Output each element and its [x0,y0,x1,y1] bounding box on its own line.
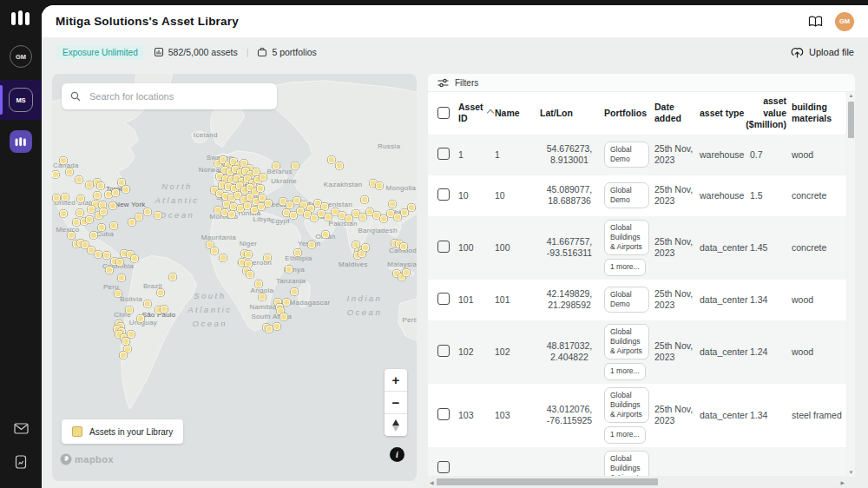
asset-marker[interactable] [256,185,264,193]
asset-marker[interactable] [290,287,298,295]
vertical-scrollbar[interactable]: ▲ ▼ [847,92,855,477]
asset-marker[interactable] [273,323,281,331]
asset-marker[interactable] [109,221,117,229]
asset-marker[interactable] [85,181,93,188]
asset-marker[interactable] [96,181,104,189]
asset-marker[interactable] [160,305,168,313]
sidebar-item-mitiga-app[interactable] [10,130,32,153]
asset-marker[interactable] [244,251,252,259]
scroll-down-arrow[interactable]: ▼ [847,469,855,477]
compass-button[interactable] [385,414,407,436]
asset-marker[interactable] [128,331,135,339]
asset-marker[interactable] [328,155,336,163]
asset-marker[interactable] [126,307,134,314]
column-header-asset-id[interactable]: Asset ID [456,98,492,129]
asset-marker[interactable] [376,182,384,190]
row-checkbox[interactable] [437,345,450,357]
asset-marker[interactable] [292,162,299,169]
asset-marker[interactable] [228,210,236,218]
upload-file-button[interactable]: Upload file [791,47,854,58]
asset-marker[interactable] [308,241,316,249]
more-portfolios-chip[interactable]: 1 more... [604,259,646,275]
row-checkbox[interactable] [437,148,450,160]
asset-marker[interactable] [258,293,266,301]
asset-marker[interactable] [122,338,129,346]
asset-marker[interactable] [358,214,366,221]
asset-marker[interactable] [115,289,122,297]
asset-marker[interactable] [122,186,129,194]
column-header-latlon[interactable]: Lat/Lon [537,104,602,123]
column-header-building-materials[interactable]: building materials [789,98,846,129]
asset-marker[interactable] [130,255,138,263]
column-header-date-added[interactable]: Date added [652,98,697,129]
asset-marker[interactable] [255,280,263,288]
asset-marker[interactable] [362,244,370,252]
asset-marker[interactable] [116,259,124,267]
asset-marker[interactable] [105,267,113,274]
asset-marker[interactable] [77,195,85,202]
asset-marker[interactable] [263,254,271,261]
asset-marker[interactable] [210,247,218,255]
asset-marker[interactable] [98,223,106,231]
row-checkbox[interactable] [437,293,450,305]
scroll-left-arrow[interactable]: ◀ [430,478,434,486]
mail-icon[interactable] [14,423,29,434]
asset-marker[interactable] [380,214,388,222]
asset-marker[interactable] [66,168,74,176]
asset-marker[interactable] [408,203,416,211]
asset-marker[interactable] [60,156,68,164]
more-portfolios-chip[interactable]: 1 more... [604,363,646,379]
row-checkbox[interactable] [437,241,450,253]
asset-marker[interactable] [345,214,352,222]
column-header-portfolios[interactable]: Portfolios [602,104,652,123]
asset-marker[interactable] [360,195,368,203]
asset-marker[interactable] [169,274,177,281]
asset-marker[interactable] [119,352,127,359]
asset-marker[interactable] [109,201,117,209]
asset-marker[interactable] [94,251,102,259]
asset-marker[interactable] [53,195,61,202]
docs-book-icon[interactable] [808,16,823,28]
zoom-in-button[interactable]: + [385,369,407,392]
asset-marker[interactable] [402,268,410,276]
sidebar-user-avatar[interactable]: GM [10,45,32,68]
asset-marker[interactable] [322,230,330,238]
filters-bar[interactable]: Filters [428,74,855,91]
row-checkbox[interactable] [437,188,450,201]
asset-marker[interactable] [85,215,93,223]
asset-marker[interactable] [154,211,161,219]
asset-marker[interactable] [94,192,102,200]
user-avatar[interactable]: GM [835,12,854,31]
asset-marker[interactable] [62,194,69,201]
row-checkbox[interactable] [437,408,450,420]
asset-marker[interactable] [112,189,120,197]
asset-marker[interactable] [99,208,107,215]
select-all-checkbox[interactable] [437,107,450,119]
release-notes-icon[interactable] [15,455,27,469]
asset-marker[interactable] [137,315,145,323]
map-panel[interactable]: North Atlantic OceanSouth Atlantic Ocean… [52,74,417,481]
asset-marker[interactable] [272,162,279,170]
asset-marker[interactable] [265,326,273,333]
zoom-out-button[interactable]: − [385,392,407,414]
asset-marker[interactable] [135,214,142,221]
asset-marker[interactable] [103,252,111,260]
column-header-asset-value[interactable]: asset value ($million) [747,92,789,135]
asset-marker[interactable] [388,201,396,208]
asset-marker[interactable] [283,298,291,306]
sidebar-item-org-selected[interactable]: MS [0,80,42,120]
search-input[interactable] [88,90,268,102]
asset-marker[interactable] [117,274,125,281]
asset-marker[interactable] [294,249,302,257]
row-checkbox[interactable] [437,461,450,473]
asset-marker[interactable] [87,206,95,214]
more-portfolios-chip[interactable]: 1 more... [604,426,646,443]
asset-marker[interactable] [157,288,165,296]
asset-marker[interactable] [144,208,152,215]
asset-marker[interactable] [76,208,83,216]
asset-marker[interactable] [89,231,97,239]
asset-marker[interactable] [324,214,332,221]
asset-marker[interactable] [67,231,75,239]
asset-marker[interactable] [286,266,293,274]
asset-marker[interactable] [399,243,407,251]
